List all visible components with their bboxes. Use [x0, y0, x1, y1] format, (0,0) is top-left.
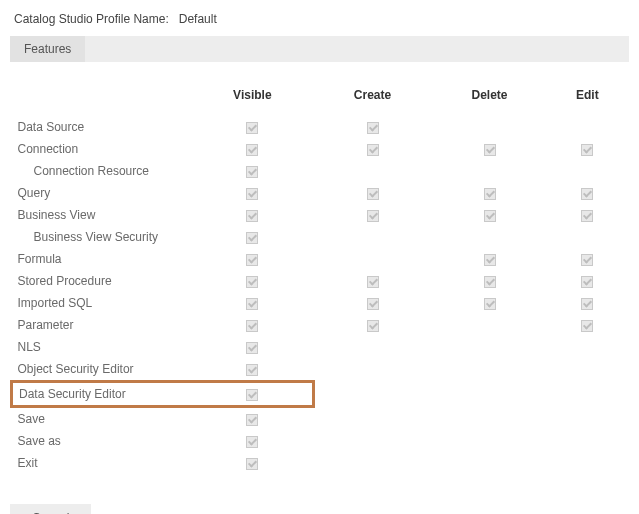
edit-checkbox[interactable] — [581, 298, 593, 310]
table-row: Object Security Editor — [12, 358, 628, 382]
visible-cell — [192, 138, 314, 160]
visible-checkbox[interactable] — [246, 298, 258, 310]
create-cell — [313, 116, 432, 138]
visible-cell — [192, 314, 314, 336]
create-cell — [313, 358, 432, 382]
delete-checkbox[interactable] — [484, 298, 496, 310]
delete-cell — [432, 182, 547, 204]
tab-features[interactable]: Features — [10, 36, 85, 62]
visible-cell — [192, 382, 314, 407]
cancel-button[interactable]: Cancel — [10, 504, 91, 514]
visible-cell — [192, 430, 314, 452]
visible-checkbox[interactable] — [246, 458, 258, 470]
visible-checkbox[interactable] — [246, 364, 258, 376]
delete-cell — [432, 270, 547, 292]
create-cell — [313, 382, 432, 407]
visible-checkbox[interactable] — [246, 389, 258, 401]
edit-cell — [547, 160, 627, 182]
edit-cell — [547, 204, 627, 226]
col-create: Create — [313, 82, 432, 116]
delete-cell — [432, 336, 547, 358]
create-cell — [313, 407, 432, 431]
feature-label: NLS — [12, 336, 192, 358]
table-row: Imported SQL — [12, 292, 628, 314]
edit-cell — [547, 407, 627, 431]
create-cell — [313, 452, 432, 474]
edit-cell — [547, 452, 627, 474]
visible-checkbox[interactable] — [246, 210, 258, 222]
delete-cell — [432, 292, 547, 314]
delete-checkbox[interactable] — [484, 188, 496, 200]
edit-checkbox[interactable] — [581, 144, 593, 156]
table-row: Save — [12, 407, 628, 431]
create-cell — [313, 336, 432, 358]
tab-features-label: Features — [24, 42, 71, 56]
col-delete: Delete — [432, 82, 547, 116]
profile-name-label: Catalog Studio Profile Name: — [14, 12, 169, 26]
feature-label: Object Security Editor — [12, 358, 192, 382]
edit-checkbox[interactable] — [581, 276, 593, 288]
visible-checkbox[interactable] — [246, 276, 258, 288]
visible-checkbox[interactable] — [246, 320, 258, 332]
visible-checkbox[interactable] — [246, 342, 258, 354]
visible-cell — [192, 160, 314, 182]
edit-cell — [547, 270, 627, 292]
feature-label: Imported SQL — [12, 292, 192, 314]
table-row: Query — [12, 182, 628, 204]
delete-checkbox[interactable] — [484, 276, 496, 288]
visible-checkbox[interactable] — [246, 144, 258, 156]
feature-label: Query — [12, 182, 192, 204]
create-cell — [313, 160, 432, 182]
create-checkbox[interactable] — [367, 210, 379, 222]
create-cell — [313, 430, 432, 452]
create-checkbox[interactable] — [367, 188, 379, 200]
edit-checkbox[interactable] — [581, 188, 593, 200]
edit-cell — [547, 138, 627, 160]
delete-cell — [432, 430, 547, 452]
edit-cell — [547, 336, 627, 358]
create-checkbox[interactable] — [367, 276, 379, 288]
feature-label: Stored Procedure — [12, 270, 192, 292]
tab-bar: Features — [10, 36, 629, 62]
delete-checkbox[interactable] — [484, 210, 496, 222]
edit-checkbox[interactable] — [581, 320, 593, 332]
visible-checkbox[interactable] — [246, 232, 258, 244]
visible-cell — [192, 270, 314, 292]
edit-checkbox[interactable] — [581, 210, 593, 222]
delete-checkbox[interactable] — [484, 254, 496, 266]
feature-label: Data Security Editor — [12, 382, 192, 407]
create-checkbox[interactable] — [367, 144, 379, 156]
table-row: Business View Security — [12, 226, 628, 248]
delete-cell — [432, 138, 547, 160]
feature-label: Exit — [12, 452, 192, 474]
delete-cell — [432, 116, 547, 138]
delete-cell — [432, 358, 547, 382]
create-checkbox[interactable] — [367, 320, 379, 332]
feature-label: Save as — [12, 430, 192, 452]
visible-checkbox[interactable] — [246, 436, 258, 448]
create-checkbox[interactable] — [367, 122, 379, 134]
visible-checkbox[interactable] — [246, 122, 258, 134]
table-row: Parameter — [12, 314, 628, 336]
create-cell — [313, 314, 432, 336]
visible-checkbox[interactable] — [246, 414, 258, 426]
edit-cell — [547, 226, 627, 248]
edit-cell — [547, 358, 627, 382]
table-row: Formula — [12, 248, 628, 270]
visible-checkbox[interactable] — [246, 254, 258, 266]
delete-checkbox[interactable] — [484, 144, 496, 156]
delete-cell — [432, 248, 547, 270]
create-cell — [313, 292, 432, 314]
feature-label: Connection — [12, 138, 192, 160]
edit-checkbox[interactable] — [581, 254, 593, 266]
visible-cell — [192, 248, 314, 270]
feature-label: Connection Resource — [12, 160, 192, 182]
feature-label: Formula — [12, 248, 192, 270]
edit-cell — [547, 182, 627, 204]
visible-cell — [192, 226, 314, 248]
visible-checkbox[interactable] — [246, 188, 258, 200]
visible-checkbox[interactable] — [246, 166, 258, 178]
create-checkbox[interactable] — [367, 298, 379, 310]
profile-name-line: Catalog Studio Profile Name: Default — [14, 12, 629, 26]
create-cell — [313, 138, 432, 160]
